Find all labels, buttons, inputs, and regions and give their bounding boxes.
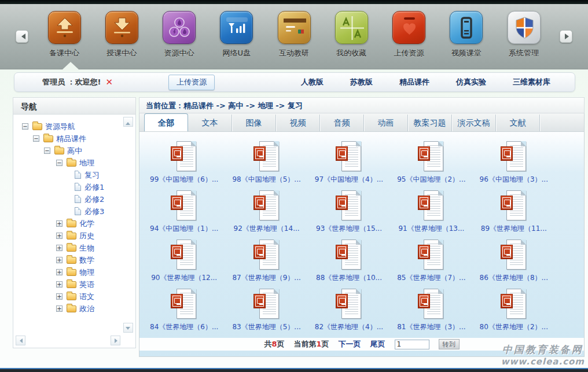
link-3d-material-library[interactable]: 三维素材库	[513, 77, 550, 87]
tab-presentation[interactable]: 演示文稿	[452, 115, 496, 131]
ppt-file-icon	[171, 141, 197, 172]
file-item[interactable]: 81《世界地理（3）...	[390, 289, 472, 338]
toolbar-item-network-udisk[interactable]: 网络U盘	[209, 11, 264, 58]
expand-icon[interactable]	[56, 245, 63, 251]
document-icon	[75, 183, 81, 191]
collapse-icon[interactable]	[44, 148, 50, 154]
expand-icon[interactable]	[56, 269, 63, 275]
file-item[interactable]: 94《中国地理（1）...	[143, 190, 225, 240]
file-item[interactable]: 96《中国地理（3）...	[473, 141, 555, 190]
admin-bar: 管理员 ：欢迎您! ✕ 上传资源 人教版 苏教版 精品课件 仿真实验 三维素材库	[14, 72, 575, 92]
file-item[interactable]: 97《中国地理（4）...	[308, 141, 390, 190]
file-item[interactable]: 82《世界地理（4）...	[308, 289, 390, 338]
toolbar-item-prep-center[interactable]: 备课中心	[36, 11, 92, 58]
total-pages-value: 8	[271, 340, 277, 348]
last-page-link[interactable]: 尾页	[370, 339, 385, 349]
folder-icon	[67, 220, 76, 227]
file-item[interactable]: 89《世界地理（11...	[473, 190, 555, 240]
toolbar-item-label: 系统管理	[509, 48, 539, 58]
expand-icon[interactable]	[56, 281, 63, 288]
window-bottom-edge	[0, 368, 588, 372]
tab-literature[interactable]: 文献	[496, 115, 540, 131]
link-renjiao-edition[interactable]: 人教版	[301, 77, 324, 87]
file-item[interactable]: 98《中国地理（5）...	[225, 141, 307, 190]
ppt-file-icon	[171, 289, 197, 320]
tree-node-history[interactable]: 历史	[13, 230, 135, 242]
tree-node-geography[interactable]: 地理	[13, 157, 135, 169]
file-item[interactable]: 83《世界地理（5）...	[225, 289, 307, 338]
tab-image[interactable]: 图像	[232, 115, 276, 131]
toolbar-item-teach-center[interactable]: 授课中心	[94, 11, 149, 58]
tree-node-review[interactable]: 复习	[13, 169, 135, 181]
ppt-file-icon	[171, 240, 197, 271]
tree-node-chinese[interactable]: 语文	[13, 290, 135, 303]
toolbar-item-system-management[interactable]: 系统管理	[496, 11, 552, 58]
ppt-file-icon	[171, 190, 197, 222]
toolbar-item-my-favorites[interactable]: 我的收藏	[324, 11, 379, 58]
tab-animation[interactable]: 动画	[364, 115, 408, 131]
next-page-link[interactable]: 下一页	[339, 339, 361, 349]
tree-node-english[interactable]: 英语	[13, 278, 135, 290]
tab-lesson-exercises[interactable]: 教案习题	[408, 115, 452, 131]
toolbar-item-upload-resource[interactable]: 上传资源	[381, 11, 437, 58]
file-item[interactable]: 87《世界地理（9）...	[225, 240, 307, 289]
tree-node-resource-nav[interactable]: 资源导航	[13, 120, 135, 132]
tree-node-compulsory-2[interactable]: 必修2	[13, 193, 135, 205]
go-to-page-button[interactable]: 转到	[439, 339, 460, 349]
file-item[interactable]: 84《世界地理（6）...	[143, 289, 225, 338]
tree-node-politics[interactable]: 政治	[13, 303, 135, 315]
tree-node-chemistry[interactable]: 化学	[13, 218, 135, 230]
scroll-down-icon[interactable]	[123, 323, 133, 333]
tree-node-biology[interactable]: 生物	[13, 242, 135, 254]
collapse-icon[interactable]	[22, 123, 28, 130]
file-item[interactable]: 99《中国地理（6）...	[143, 141, 225, 190]
ppt-file-icon	[418, 289, 444, 320]
link-simulation-lab[interactable]: 仿真实验	[456, 77, 486, 87]
main-content: 当前位置：精品课件 -> 高中 -> 地理 -> 复习 全部 文本 图像 视频 …	[139, 97, 585, 357]
ppt-file-icon	[253, 289, 280, 320]
toolbar-item-video-classroom[interactable]: 视频课堂	[439, 11, 494, 58]
toolbar-scroll-right-button[interactable]	[560, 30, 572, 43]
expand-icon[interactable]	[56, 257, 63, 263]
expand-icon[interactable]	[56, 220, 63, 227]
toolbar-scroll-left-button[interactable]	[16, 30, 28, 43]
ppt-file-icon	[418, 240, 444, 271]
upload-resource-button[interactable]: 上传资源	[168, 75, 215, 90]
toolbar-item-interactive-research[interactable]: 互动教研	[266, 11, 322, 58]
expand-icon[interactable]	[56, 305, 63, 312]
toolbar-item-resource-center[interactable]: 资源中心	[152, 11, 207, 58]
expand-icon[interactable]	[56, 233, 63, 239]
file-item[interactable]: 88《世界地理（10...	[308, 240, 390, 289]
tree-node-compulsory-3[interactable]: 必修3	[13, 205, 135, 218]
link-premium-courseware[interactable]: 精品课件	[399, 77, 429, 87]
scroll-up-icon[interactable]	[123, 117, 133, 127]
collapse-icon[interactable]	[56, 160, 63, 166]
tree-node-premium-courseware[interactable]: 精品课件	[13, 132, 135, 145]
folder-icon	[67, 160, 76, 167]
tab-video[interactable]: 视频	[276, 115, 320, 131]
link-sujiao-edition[interactable]: 苏教版	[350, 77, 373, 87]
file-item[interactable]: 86《世界地理（8）...	[473, 240, 555, 289]
collapse-icon[interactable]	[33, 135, 39, 142]
tab-audio[interactable]: 音频	[320, 115, 364, 131]
file-item[interactable]: 80《世界地理（2）...	[473, 289, 555, 338]
tree-node-compulsory-1[interactable]: 必修1	[13, 181, 135, 193]
tree-node-senior-high[interactable]: 高中	[13, 145, 135, 157]
file-item[interactable]: 85《世界地理（7）...	[390, 240, 472, 289]
file-item[interactable]: 90《世界地理（12...	[143, 240, 225, 289]
file-item[interactable]: 91《世界地理（13...	[390, 190, 472, 240]
file-item[interactable]: 92《世界地理（14...	[225, 190, 307, 240]
tab-all[interactable]: 全部	[144, 113, 188, 131]
tree-node-physics[interactable]: 物理	[13, 266, 135, 278]
tab-text[interactable]: 文本	[188, 115, 232, 131]
toolbar-item-label: 互动教研	[279, 48, 309, 58]
file-item[interactable]: 95《中国地理（2）...	[390, 141, 472, 190]
file-item[interactable]: 93《世界地理（15...	[308, 190, 390, 240]
close-icon[interactable]: ✕	[105, 77, 113, 87]
tree-node-math[interactable]: 数学	[13, 254, 135, 266]
folder-icon	[67, 245, 76, 252]
scroll-left-icon[interactable]	[16, 336, 25, 345]
expand-icon[interactable]	[56, 293, 63, 300]
page-number-input[interactable]	[395, 340, 429, 349]
scroll-right-icon[interactable]	[111, 336, 120, 345]
